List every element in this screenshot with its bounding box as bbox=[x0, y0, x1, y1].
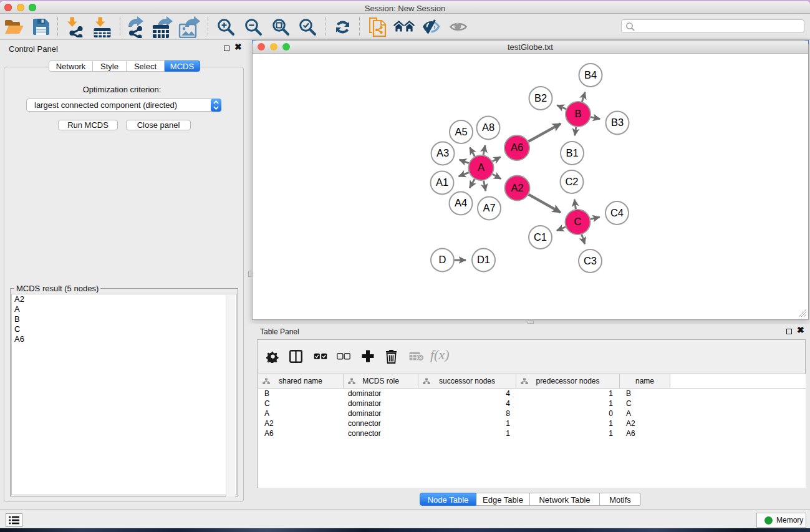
svg-text:A6: A6 bbox=[511, 142, 523, 153]
svg-text:A4: A4 bbox=[455, 197, 467, 208]
svg-text:C1: C1 bbox=[534, 231, 547, 243]
svg-text:A5: A5 bbox=[455, 126, 467, 137]
svg-text:B3: B3 bbox=[611, 117, 624, 128]
svg-text:B4: B4 bbox=[584, 69, 597, 80]
svg-text:C4: C4 bbox=[610, 207, 624, 218]
svg-text:B2: B2 bbox=[534, 92, 547, 104]
svg-text:B: B bbox=[574, 108, 581, 119]
svg-text:A7: A7 bbox=[483, 202, 495, 213]
svg-text:C3: C3 bbox=[584, 255, 597, 266]
svg-text:A3: A3 bbox=[436, 147, 449, 158]
svg-text:A2: A2 bbox=[511, 182, 523, 193]
svg-text:C2: C2 bbox=[565, 176, 578, 187]
svg-text:B1: B1 bbox=[566, 147, 578, 158]
svg-text:D: D bbox=[439, 254, 446, 265]
svg-text:A1: A1 bbox=[436, 177, 448, 188]
svg-text:A8: A8 bbox=[482, 122, 494, 133]
svg-text:A: A bbox=[478, 162, 485, 173]
svg-text:D1: D1 bbox=[477, 254, 490, 265]
svg-text:C: C bbox=[574, 216, 582, 227]
